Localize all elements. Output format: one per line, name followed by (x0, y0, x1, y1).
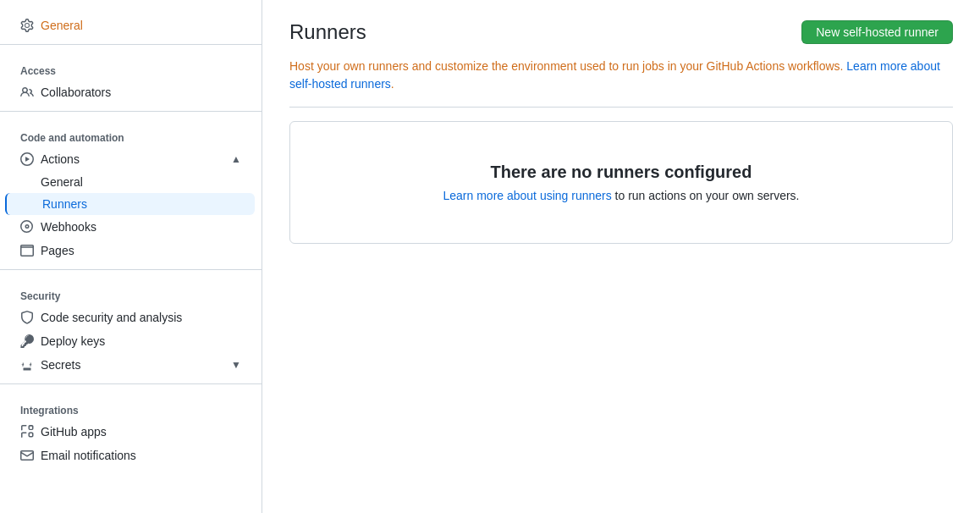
access-section-label: Access (0, 52, 262, 80)
sidebar-subitem-runners[interactable]: Runners (5, 193, 255, 215)
empty-state-description: Learn more about using runners to run ac… (311, 189, 932, 202)
pages-icon (20, 244, 34, 257)
new-runner-button[interactable]: New self-hosted runner (801, 20, 953, 44)
divider-4 (0, 383, 262, 384)
apps-icon (20, 425, 34, 439)
description-text: Host your own runners and customize the … (289, 58, 953, 93)
empty-state-title: There are no runners configured (311, 163, 932, 182)
security-section-label: Security (0, 277, 262, 306)
divider-2 (0, 111, 262, 112)
content-divider (289, 107, 953, 108)
sidebar-item-secrets[interactable]: Secrets ▼ (7, 353, 255, 377)
main-content: Runners New self-hosted runner Host your… (262, 0, 980, 513)
pages-label: Pages (41, 244, 74, 257)
code-security-label: Code security and analysis (41, 311, 182, 324)
sidebar: General Access Collaborators Code and au… (0, 0, 262, 513)
sidebar-item-general[interactable]: General (7, 14, 255, 37)
page-title: Runners (289, 20, 366, 44)
divider-3 (0, 269, 262, 270)
sidebar-item-actions[interactable]: Actions ▲ (7, 147, 255, 171)
sidebar-item-collaborators[interactable]: Collaborators (7, 80, 255, 104)
sidebar-subitem-general[interactable]: General (7, 171, 255, 193)
chevron-up-icon: ▲ (231, 153, 241, 165)
play-icon (20, 152, 34, 166)
sidebar-item-code-security[interactable]: Code security and analysis (7, 306, 255, 329)
collaborators-label: Collaborators (41, 86, 111, 99)
chevron-down-icon: ▼ (231, 359, 241, 371)
empty-state-link[interactable]: Learn more about using runners (443, 189, 611, 202)
empty-state-box: There are no runners configured Learn mo… (289, 121, 953, 244)
sidebar-item-email-notifications[interactable]: Email notifications (7, 444, 255, 467)
people-icon (20, 86, 34, 99)
sidebar-item-pages[interactable]: Pages (7, 239, 255, 262)
shield-icon (20, 311, 34, 324)
empty-state-suffix: to run actions on your own servers. (615, 189, 800, 202)
secret-icon (20, 358, 34, 372)
secrets-label: Secrets (41, 358, 80, 372)
deploy-keys-label: Deploy keys (41, 334, 105, 348)
sidebar-item-deploy-keys[interactable]: Deploy keys (7, 329, 255, 353)
gear-icon (20, 19, 34, 32)
integrations-section-label: Integrations (0, 391, 262, 420)
sidebar-item-webhooks[interactable]: Webhooks (7, 215, 255, 239)
divider-1 (0, 44, 262, 45)
mail-icon (20, 449, 34, 462)
code-automation-section-label: Code and automation (0, 119, 262, 147)
actions-label: Actions (41, 152, 80, 166)
general-label: General (41, 19, 83, 32)
actions-runners-label: Runners (42, 197, 87, 211)
email-notifications-label: Email notifications (41, 449, 136, 462)
key-icon (20, 334, 34, 348)
sidebar-item-github-apps[interactable]: GitHub apps (7, 420, 255, 444)
webhook-icon (20, 220, 34, 234)
github-apps-label: GitHub apps (41, 425, 107, 439)
page-header: Runners New self-hosted runner (289, 20, 953, 44)
webhooks-label: Webhooks (41, 220, 96, 234)
actions-general-label: General (41, 175, 83, 189)
